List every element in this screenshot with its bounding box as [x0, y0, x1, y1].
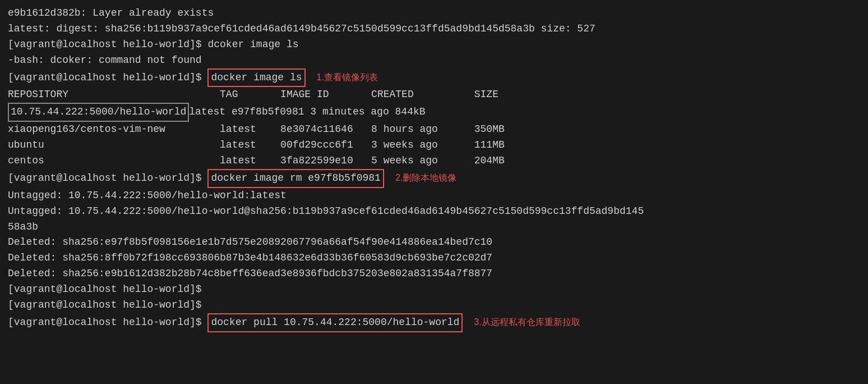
- output-line-2: latest: digest: sha256:b119b937a9cef61cd…: [8, 21, 860, 37]
- cmd-highlighted-docker-image-rm: docker image rm e97f8b5f0981: [207, 169, 384, 188]
- cmd-line-docker-image-rm: [vagrant@localhost hello-world]$ docker …: [8, 169, 860, 188]
- annotation-1: 1.查看镜像列表: [317, 71, 378, 85]
- terminal-window: e9b1612d382b: Layer already exists lates…: [8, 6, 860, 332]
- output-line-4: -bash: dcoker: command not found: [8, 53, 860, 68]
- cmd-line-docker-pull: [vagrant@localhost hello-world]$ docker …: [8, 313, 860, 332]
- annotation-2: 2.删除本地镜像: [395, 171, 456, 185]
- cmd-highlighted-docker-pull: docker pull 10.75.44.222:5000/hello-worl…: [207, 313, 463, 332]
- prompt-empty-2: [vagrant@localhost hello-world]$: [8, 298, 860, 313]
- repo-name-highlighted: 10.75.44.222:5000/hello-world: [8, 103, 189, 122]
- output-line-3: [vagrant@localhost hello-world]$ dcoker …: [8, 37, 860, 53]
- table-row-hello-world: 10.75.44.222:5000/hello-world latest e97…: [8, 103, 860, 122]
- untagged-2b: 58a3b: [8, 220, 860, 235]
- table-row-rest: latest e97f8b5f0981 3 minutes ago 844kB: [189, 104, 425, 120]
- untagged-2: Untagged: 10.75.44.222:5000/hello-world@…: [8, 204, 860, 220]
- table-row-centos-vim: xiaopeng163/centos-vim-new latest 8e3074…: [8, 122, 860, 138]
- cmd-highlighted-docker-image-ls: docker image ls: [207, 68, 305, 88]
- annotation-3: 3.从远程私有仓库重新拉取: [474, 316, 580, 330]
- deleted-1: Deleted: sha256:e97f8b5f098156e1e1b7d575…: [8, 235, 860, 250]
- untagged-1: Untagged: 10.75.44.222:5000/hello-world:…: [8, 188, 860, 204]
- deleted-2: Deleted: sha256:8ff0b72f198cc693806b87b3…: [8, 250, 860, 266]
- prompt-11: [vagrant@localhost hello-world]$: [8, 171, 207, 186]
- table-row-centos: centos latest 3fa822599e10 5 weeks ago 2…: [8, 153, 860, 169]
- table-header: REPOSITORY TAG IMAGE ID CREATED SIZE: [8, 87, 860, 103]
- prompt-20: [vagrant@localhost hello-world]$: [8, 315, 207, 331]
- table-row-ubuntu: ubuntu latest 00fd29ccc6f1 3 weeks ago 1…: [8, 138, 860, 153]
- deleted-3: Deleted: sha256:e9b1612d382b28b74c8beff6…: [8, 266, 860, 282]
- prompt-empty-1: [vagrant@localhost hello-world]$: [8, 282, 860, 298]
- cmd-line-docker-image-ls: [vagrant@localhost hello-world]$ docker …: [8, 68, 860, 88]
- output-line-1: e9b1612d382b: Layer already exists: [8, 6, 860, 21]
- prompt-5: [vagrant@localhost hello-world]$: [8, 70, 207, 86]
